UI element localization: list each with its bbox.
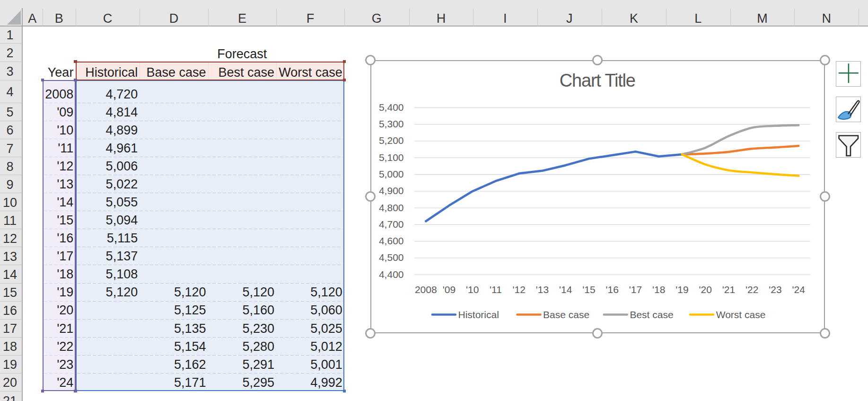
- svg-text:5,000: 5,000: [378, 168, 403, 179]
- svg-text:'16: '16: [605, 284, 618, 294]
- svg-text:'20: '20: [699, 284, 711, 294]
- svg-text:'12: '12: [512, 284, 525, 294]
- svg-text:'19: '19: [675, 284, 688, 294]
- svg-text:'22: '22: [745, 284, 758, 294]
- svg-text:Worst case: Worst case: [716, 309, 765, 320]
- svg-text:'09: '09: [442, 284, 455, 294]
- svg-text:5,100: 5,100: [378, 151, 403, 162]
- svg-text:2008: 2008: [414, 284, 437, 294]
- svg-text:'13: '13: [535, 284, 548, 294]
- svg-text:'10: '10: [466, 284, 479, 294]
- svg-text:4,900: 4,900: [378, 185, 403, 196]
- svg-text:'21: '21: [722, 284, 735, 294]
- svg-text:Historical: Historical: [458, 309, 499, 320]
- svg-text:5,300: 5,300: [378, 118, 403, 129]
- svg-text:4,500: 4,500: [378, 252, 403, 263]
- svg-text:Base case: Base case: [543, 309, 589, 320]
- svg-text:'11: '11: [490, 284, 502, 294]
- svg-text:Chart Title: Chart Title: [559, 70, 635, 90]
- svg-text:5,200: 5,200: [378, 135, 403, 146]
- svg-text:Best case: Best case: [630, 309, 673, 320]
- svg-text:4,600: 4,600: [378, 235, 403, 246]
- svg-text:'24: '24: [792, 284, 805, 294]
- svg-text:'23: '23: [769, 284, 781, 294]
- svg-text:4,400: 4,400: [378, 268, 403, 279]
- svg-text:'18: '18: [652, 284, 665, 294]
- svg-text:'14: '14: [559, 284, 572, 294]
- svg-text:4,800: 4,800: [378, 202, 403, 213]
- svg-text:5,400: 5,400: [378, 101, 403, 112]
- svg-text:4,700: 4,700: [378, 218, 403, 229]
- svg-text:'15: '15: [582, 284, 595, 294]
- svg-text:'17: '17: [629, 284, 641, 294]
